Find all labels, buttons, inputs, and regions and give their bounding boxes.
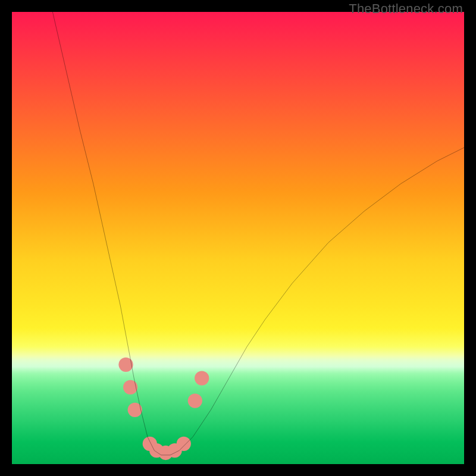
data-marker xyxy=(128,403,142,417)
curve-layer xyxy=(12,12,464,464)
data-marker xyxy=(123,380,137,394)
marker-group xyxy=(118,358,209,461)
bottleneck-curve xyxy=(52,12,464,455)
plot-area xyxy=(12,12,464,464)
chart-frame: TheBottleneck.com xyxy=(0,0,476,476)
watermark-text: TheBottleneck.com xyxy=(349,1,463,17)
data-marker xyxy=(188,393,202,408)
data-marker xyxy=(195,371,209,385)
data-marker xyxy=(177,437,191,451)
data-marker xyxy=(118,358,133,372)
